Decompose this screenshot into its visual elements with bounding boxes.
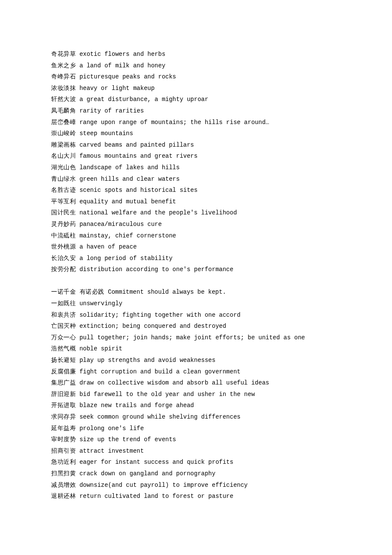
chinese-term: 轩然大波: [51, 96, 76, 103]
chinese-term: 审时度势: [51, 436, 76, 443]
chinese-term: 灵丹妙药: [51, 221, 76, 228]
vocab-entry: 鱼米之乡 a land of milk and honey: [51, 60, 341, 72]
chinese-term: 中流砥柱: [51, 232, 76, 239]
chinese-term: 减员增效: [51, 482, 76, 489]
english-translation: attract investment: [79, 448, 144, 454]
english-translation: blaze new trails and forge ahead: [79, 402, 194, 409]
chinese-term: 集思广益: [51, 379, 76, 386]
english-translation: bid farewell to the old year and usher i…: [79, 391, 255, 398]
vocab-entry: 轩然大波 a great disturbance, a mighty uproa…: [51, 94, 341, 105]
vocab-entry: 万众一心 pull together; join hands; make joi…: [51, 332, 341, 344]
english-translation: unswervingly: [79, 300, 122, 307]
chinese-term: 按劳分配: [51, 266, 76, 273]
chinese-term: 辞旧迎新: [51, 391, 76, 398]
vocab-entry: 审时度势 size up the trend of events: [51, 434, 341, 445]
vocab-entry: 招商引资 attract investment: [51, 445, 341, 457]
vocab-entry: 雕梁画栋 carved beams and painted pillars: [51, 139, 341, 151]
english-translation: distribution according to one's performa…: [79, 266, 233, 273]
chinese-term: 万众一心: [51, 334, 76, 341]
chinese-term: 开拓进取: [51, 402, 76, 409]
english-translation: heavy or light makeup: [79, 85, 154, 92]
vocab-entry: 延年益寿 prolong one's life: [51, 423, 341, 434]
document-page: 奇花异草 exotic flowers and herbs鱼米之乡 a land…: [0, 0, 392, 555]
vocab-entry: 灵丹妙药 panacea/miraculous cure: [51, 219, 341, 230]
vocab-entry: 反腐倡廉 fight corruption and build a clean …: [51, 366, 341, 378]
vocab-entry: 和衷共济 solidarity; fighting together with …: [51, 309, 341, 321]
chinese-term: 急功近利: [51, 459, 76, 465]
vocab-entry: 按劳分配 distribution according to one's per…: [51, 264, 341, 275]
vocab-entry: 浩然气概 noble spirit: [51, 343, 341, 355]
vocab-entry: 层峦叠嶂 range upon range of mountains; the …: [51, 117, 341, 128]
english-translation: panacea/miraculous cure: [79, 221, 161, 228]
chinese-term: 延年益寿: [51, 425, 76, 432]
english-translation: mainstay, chief cornerstone: [79, 232, 176, 239]
chinese-term: 奇峰异石: [51, 73, 76, 80]
chinese-term: 雕梁画栋: [51, 142, 76, 148]
chinese-term: 和衷共济: [51, 312, 76, 318]
vocab-entry: 崇山峻岭 steep mountains: [51, 128, 341, 139]
english-translation: solidarity; fighting together with one a…: [79, 312, 240, 318]
english-translation: eager for instant success and quick prof…: [79, 459, 233, 465]
english-translation: prolong one's life: [79, 425, 144, 432]
english-translation: play up strengths and avoid weaknesses: [79, 357, 215, 364]
vocab-entry: 国计民生 national welfare and the people's l…: [51, 207, 341, 219]
vocab-entry: 奇花异草 exotic flowers and herbs: [51, 49, 341, 60]
chinese-term: 求同存异: [51, 413, 76, 420]
vocab-entry: 浓妆淡抹 heavy or light makeup: [51, 83, 341, 94]
english-translation: picturesque peaks and rocks: [79, 73, 176, 80]
chinese-term: 一诺千金 有诺必践: [51, 289, 104, 295]
english-translation: seek common ground while shelving differ…: [79, 413, 240, 420]
english-translation: famous mountains and great rivers: [79, 153, 197, 159]
vocab-entry: 开拓进取 blaze new trails and forge ahead: [51, 400, 341, 411]
blank-line: [51, 275, 341, 287]
english-translation: landscape of lakes and hills: [79, 164, 179, 171]
chinese-term: 鱼米之乡: [51, 62, 76, 69]
english-translation: carved beams and painted pillars: [79, 142, 194, 148]
vocab-entry: 扬长避短 play up strengths and avoid weaknes…: [51, 355, 341, 366]
chinese-term: 奇花异草: [51, 51, 76, 58]
english-translation: a haven of peace: [79, 243, 136, 250]
vocab-entry: 一诺千金 有诺必践 Commitment should always be ke…: [51, 286, 341, 298]
vocab-entry: 退耕还林 return cultivated land to forest or…: [51, 491, 341, 502]
vocab-entry: 凤毛麟角 rarity of rarities: [51, 105, 341, 117]
english-translation: downsize(and cut payroll) to improve eff…: [79, 482, 248, 489]
vocab-entry: 青山绿水 green hills and clear waters: [51, 173, 341, 185]
chinese-term: 扬长避短: [51, 357, 76, 364]
vocab-entry: 湖光山色 landscape of lakes and hills: [51, 162, 341, 173]
chinese-term: 凤毛麟角: [51, 107, 76, 114]
english-translation: a land of milk and honey: [79, 62, 165, 69]
chinese-term: 退耕还林: [51, 493, 76, 500]
english-translation: a great disturbance, a mighty uproar: [79, 96, 208, 103]
chinese-term: 名胜古迹: [51, 187, 76, 194]
chinese-term: 一如既往: [51, 300, 76, 307]
english-translation: size up the trend of events: [79, 436, 176, 443]
chinese-term: 浓妆淡抹: [51, 85, 76, 92]
chinese-term: 国计民生: [51, 209, 76, 216]
vocab-entry: 扫黑扫黄 crack down on gangland and pornogra…: [51, 468, 341, 480]
english-translation: range upon range of mountains; the hills…: [79, 119, 269, 126]
chinese-term: 长治久安: [51, 255, 76, 262]
chinese-term: 世外桃源: [51, 243, 76, 250]
vocab-entry: 长治久安 a long period of stability: [51, 253, 341, 264]
chinese-term: 青山绿水: [51, 176, 76, 182]
vocab-entry: 一如既往 unswervingly: [51, 298, 341, 309]
english-translation: fight corruption and build a clean gover…: [79, 368, 240, 375]
vocab-entry: 急功近利 eager for instant success and quick…: [51, 457, 341, 468]
english-translation: extinction; being conquered and destroye…: [79, 323, 226, 330]
vocab-entry: 名山大川 famous mountains and great rivers: [51, 150, 341, 162]
chinese-term: 反腐倡廉: [51, 368, 76, 375]
english-translation: draw on collective wisdom and absorb all…: [79, 379, 269, 386]
english-translation: Commitment should always be kept.: [108, 289, 226, 295]
english-translation: return cultivated land to forest or past…: [79, 493, 233, 500]
chinese-term: 湖光山色: [51, 164, 76, 171]
english-translation: exotic flowers and herbs: [79, 51, 165, 58]
vocab-entry: 亡国灭种 extinction; being conquered and des…: [51, 321, 341, 332]
chinese-term: 崇山峻岭: [51, 130, 76, 137]
chinese-term: 平等互利: [51, 198, 76, 205]
chinese-term: 亡国灭种: [51, 323, 76, 330]
vocab-entry: 平等互利 equality and mutual benefit: [51, 196, 341, 208]
chinese-term: 名山大川: [51, 153, 76, 159]
vocab-entry: 奇峰异石 picturesque peaks and rocks: [51, 71, 341, 83]
vocab-entry: 集思广益 draw on collective wisdom and absor…: [51, 377, 341, 389]
english-translation: pull together; join hands; make joint ef…: [79, 334, 305, 341]
